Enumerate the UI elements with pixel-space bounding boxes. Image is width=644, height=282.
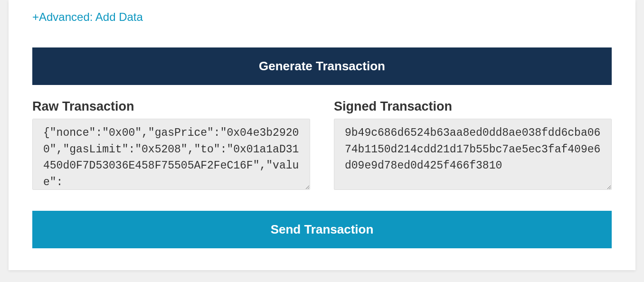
signed-transaction-textarea[interactable] bbox=[334, 119, 612, 190]
raw-transaction-textarea[interactable] bbox=[32, 119, 310, 190]
signed-transaction-group: Signed Transaction bbox=[334, 99, 612, 192]
generate-transaction-button[interactable]: Generate Transaction bbox=[32, 47, 612, 85]
send-transaction-button[interactable]: Send Transaction bbox=[32, 211, 612, 248]
raw-transaction-group: Raw Transaction bbox=[32, 99, 310, 192]
transaction-card: +Advanced: Add Data Generate Transaction… bbox=[9, 0, 635, 270]
signed-transaction-label: Signed Transaction bbox=[334, 99, 612, 114]
transaction-output-row: Raw Transaction Signed Transaction bbox=[32, 99, 612, 192]
advanced-add-data-link[interactable]: +Advanced: Add Data bbox=[32, 0, 143, 28]
raw-transaction-label: Raw Transaction bbox=[32, 99, 310, 114]
